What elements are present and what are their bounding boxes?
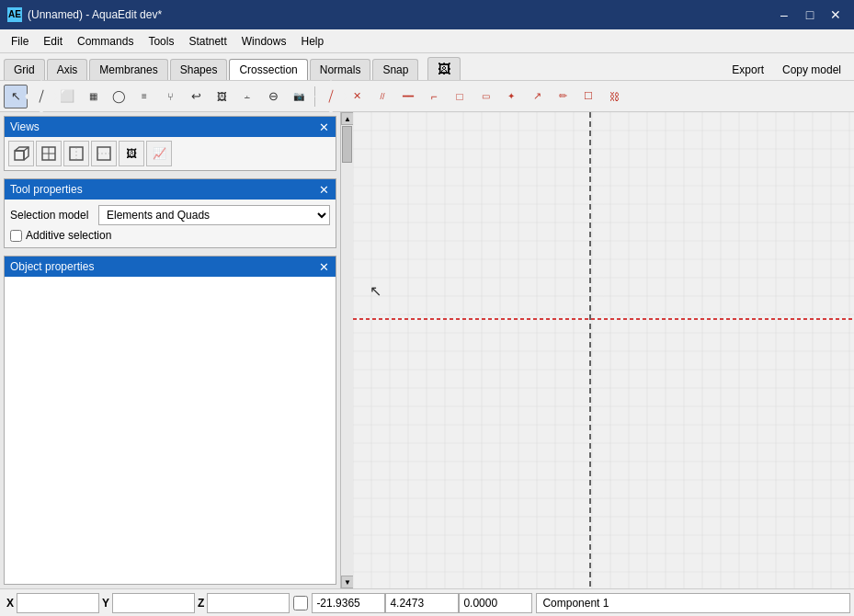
toolbar: ↖ ╲ ⬜ ▦ ◯ ≡ ⑂ ↩ 🖼 ⫠ ⊖ 📷 ╲ ✕ // ━━ ⌐ □ ▭ … — [0, 81, 854, 112]
views-panel-close[interactable]: ✕ — [315, 119, 332, 135]
coord1-value: -21.9365 — [312, 593, 385, 613]
obj-props-title: Object properties — [10, 260, 94, 273]
tab-axis[interactable]: Axis — [47, 59, 88, 80]
svg-rect-0 — [15, 151, 24, 160]
shrink-tool[interactable]: ⊖ — [261, 85, 285, 108]
z-label: Z — [195, 597, 207, 610]
close-button[interactable]: ✕ — [825, 6, 847, 24]
angle-tool[interactable]: ⌐ — [422, 85, 446, 108]
branch-tool[interactable]: ⑂ — [158, 85, 182, 108]
draw-line-tool[interactable]: ╲ — [314, 79, 348, 113]
additive-selection-checkbox[interactable] — [10, 230, 22, 242]
view-top-button[interactable] — [91, 141, 117, 166]
x-label: X — [4, 597, 17, 610]
tab-shapes[interactable]: Shapes — [170, 59, 228, 80]
scroll-track-area[interactable] — [341, 125, 353, 576]
box-tool[interactable]: ☐ — [576, 85, 600, 108]
y-label: Y — [99, 597, 112, 610]
rect2-tool[interactable]: ▭ — [473, 85, 497, 108]
maximize-button[interactable]: □ — [799, 6, 821, 24]
view-image-button[interactable]: 🖼 — [119, 141, 144, 166]
menu-statnett[interactable]: Statnett — [181, 32, 233, 51]
view-side-button[interactable] — [63, 141, 89, 166]
additive-selection-row: Additive selection — [10, 229, 330, 242]
object-properties-panel: Object properties ✕ — [4, 256, 336, 585]
minimize-button[interactable]: – — [773, 6, 795, 24]
selection-model-label: Selection model — [10, 209, 93, 222]
canvas-area[interactable]: ↖ — [353, 112, 854, 588]
menu-edit[interactable]: Edit — [36, 32, 70, 51]
chain-tool[interactable]: ⛓ — [602, 85, 626, 108]
scroll-down-button[interactable]: ▼ — [341, 576, 354, 588]
tool-props-title: Tool properties — [10, 183, 83, 196]
coord3-value: 0.0000 — [459, 593, 532, 613]
menu-commands[interactable]: Commands — [70, 32, 141, 51]
views-panel-content: 🖼 📈 — [5, 137, 336, 170]
coord2-value: 4.2473 — [385, 593, 459, 613]
view-graph-button[interactable]: 📈 — [146, 141, 172, 166]
window-title: (Unnamed) - AquaEdit dev* — [28, 8, 773, 21]
left-panel: Views ✕ 🖼 📈 — [0, 112, 340, 588]
cross-tool[interactable]: ✕ — [345, 85, 369, 108]
additive-selection-label: Additive selection — [26, 229, 111, 242]
tool-props-header: Tool properties ✕ — [5, 179, 336, 200]
grid-canvas — [353, 112, 854, 588]
tab-photo[interactable]: 🖼 — [427, 57, 461, 80]
parallel-tool[interactable]: ≡ — [132, 85, 156, 108]
snap-checkbox[interactable] — [293, 596, 308, 610]
line-tool[interactable]: ╲ — [25, 79, 59, 113]
grid-vert-tool[interactable]: ⫠ — [235, 85, 259, 108]
circle-tool[interactable]: ◯ — [107, 85, 131, 108]
rect-select-tool[interactable]: ⬜ — [55, 85, 79, 108]
undo-tool[interactable]: ↩ — [184, 85, 208, 108]
tool-properties-panel: Tool properties ✕ Selection model Elemen… — [4, 178, 336, 248]
tab-bar: Grid Axis Membranes Shapes Crossection N… — [0, 53, 854, 81]
rect-draw-tool[interactable]: □ — [448, 85, 472, 108]
tool-props-close[interactable]: ✕ — [315, 181, 332, 198]
title-bar: AE (Unnamed) - AquaEdit dev* – □ ✕ — [0, 0, 854, 29]
selection-model-select[interactable]: Elements and Quads Elements Quads Nodes — [98, 205, 330, 225]
export-button[interactable]: Export — [723, 60, 773, 80]
svg-rect-7 — [70, 147, 83, 160]
svg-rect-9 — [97, 147, 110, 160]
tab-normals[interactable]: Normals — [310, 59, 371, 80]
edit-tool[interactable]: ✏ — [551, 85, 575, 108]
menu-file[interactable]: File — [4, 32, 36, 51]
menu-windows[interactable]: Windows — [234, 32, 294, 51]
obj-props-content — [5, 277, 336, 584]
y-input[interactable] — [112, 593, 195, 613]
window-controls: – □ ✕ — [773, 6, 847, 24]
tab-membranes[interactable]: Membranes — [89, 59, 167, 80]
node-tool[interactable]: ✦ — [499, 85, 523, 108]
cam-tool[interactable]: 📷 — [287, 85, 311, 108]
scroll-up-button[interactable]: ▲ — [341, 112, 354, 125]
menu-help[interactable]: Help — [293, 32, 331, 51]
vertical-scrollbar[interactable]: ▲ ▼ — [340, 112, 353, 588]
status-bar: X Y Z -21.9365 4.2473 0.0000 Component 1 — [0, 588, 854, 616]
x-input[interactable] — [17, 593, 99, 613]
arrow-tool[interactable]: ↗ — [525, 85, 549, 108]
app-icon: AE — [7, 7, 22, 22]
view-3d-button[interactable] — [8, 141, 34, 166]
hbar-tool[interactable]: ━━ — [396, 85, 420, 108]
quad-tool[interactable]: ▦ — [81, 85, 105, 108]
scroll-thumb[interactable] — [342, 126, 352, 163]
views-panel-header: Views ✕ — [5, 117, 336, 137]
z-input[interactable] — [207, 593, 290, 613]
tab-crossection[interactable]: Crossection — [229, 59, 307, 80]
views-panel-title: Views — [10, 120, 40, 133]
obj-props-close[interactable]: ✕ — [315, 258, 332, 275]
tab-snap[interactable]: Snap — [372, 59, 418, 80]
menu-tools[interactable]: Tools — [141, 32, 181, 51]
tool-props-content: Selection model Elements and Quads Eleme… — [5, 200, 336, 247]
selection-model-row: Selection model Elements and Quads Eleme… — [10, 205, 330, 225]
view-front-button[interactable] — [36, 141, 62, 166]
obj-props-header: Object properties ✕ — [5, 257, 336, 277]
component-label: Component 1 — [536, 593, 850, 613]
tab-grid[interactable]: Grid — [4, 59, 45, 80]
copy-model-button[interactable]: Copy model — [773, 60, 850, 80]
double-line-tool[interactable]: // — [370, 85, 394, 108]
image-tool[interactable]: 🖼 — [210, 85, 233, 108]
menu-bar: File Edit Commands Tools Statnett Window… — [0, 29, 854, 53]
main-content: Views ✕ 🖼 📈 — [0, 112, 854, 588]
